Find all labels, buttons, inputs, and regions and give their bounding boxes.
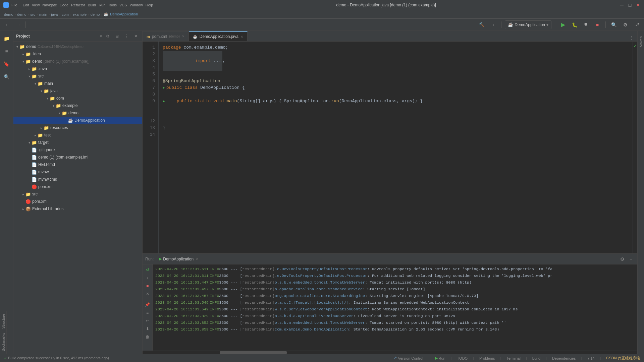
- forward-button[interactable]: →: [13, 20, 23, 29]
- tree-item-demo-package[interactable]: ▾ 📁 demo: [13, 109, 142, 117]
- scroll-end-btn[interactable]: ↓: [144, 275, 151, 281]
- menu-file[interactable]: File: [11, 3, 17, 7]
- tree-item-demo-application[interactable]: ▸ ☕ DemoApplication: [13, 117, 142, 124]
- vcs-button[interactable]: ⎇: [632, 20, 641, 29]
- tree-item-gitignore[interactable]: ▸ 📄 .gitignore: [13, 146, 142, 154]
- tabs-menu-button[interactable]: ⋮: [628, 35, 635, 41]
- menu-view[interactable]: View: [32, 3, 40, 7]
- breadcrumb-project[interactable]: demo: [4, 12, 13, 16]
- tree-item-com[interactable]: ▾ 📁 com: [13, 95, 142, 102]
- menu-code[interactable]: Code: [60, 3, 68, 7]
- tree-item-mvnw[interactable]: ▸ 📄 mvnw: [13, 168, 142, 176]
- minimize-button[interactable]: ─: [619, 2, 625, 8]
- find-icon[interactable]: 🔍: [2, 72, 12, 82]
- structure-icon[interactable]: ≡: [2, 46, 12, 56]
- stop-button[interactable]: ■: [593, 20, 602, 29]
- settings-button[interactable]: ⚙: [621, 20, 630, 29]
- maven-panel-label[interactable]: Maven: [638, 34, 644, 50]
- autoscroll-btn[interactable]: ⬇: [144, 325, 151, 332]
- tab-demoapp[interactable]: ☕ DemoApplication.java ✕: [189, 31, 248, 41]
- sync-button[interactable]: ↕: [488, 20, 498, 29]
- search-everywhere-button[interactable]: 🔍: [609, 20, 619, 29]
- run-button[interactable]: ▶: [558, 20, 568, 29]
- breadcrumb-src[interactable]: src: [30, 12, 35, 16]
- tree-item-idea[interactable]: ▸ 📁 .idea: [13, 50, 142, 58]
- rerun-btn[interactable]: ↺: [144, 266, 151, 273]
- tab-pom-close[interactable]: ✕: [182, 35, 184, 38]
- maximize-button[interactable]: □: [627, 2, 633, 8]
- code-content[interactable]: package com.example.demo; import ... ;: [159, 42, 633, 253]
- tree-item-ext-libs[interactable]: ▸ 📦 External Libraries: [13, 205, 142, 213]
- back-button[interactable]: ←: [3, 20, 12, 29]
- run-tab-status[interactable]: ▶ Run: [435, 356, 445, 360]
- version-control-tab[interactable]: ⎇ Version Control: [392, 356, 423, 360]
- tree-item-main[interactable]: ▾ 📁 main: [13, 80, 142, 87]
- coverage-button[interactable]: ⛊: [581, 20, 591, 29]
- tree-item-resources[interactable]: ▸ 📁 resources: [13, 124, 142, 131]
- tree-item-mvn[interactable]: ▸ 📁 .mvn: [13, 65, 142, 72]
- breadcrumb-demo2[interactable]: demo: [91, 12, 100, 16]
- menu-build[interactable]: Build: [88, 3, 96, 7]
- menu-navigate[interactable]: Navigate: [42, 3, 57, 7]
- panel-minimize-btn[interactable]: −: [627, 255, 635, 263]
- console-output[interactable]: 2023-04-20 16:12:01.611 INFO 3600 --- [ …: [153, 264, 637, 351]
- breadcrumb-java[interactable]: java: [51, 12, 58, 16]
- menu-edit[interactable]: Edit: [23, 3, 29, 7]
- console-scrollbar-h[interactable]: [153, 351, 637, 354]
- stop-console-btn[interactable]: ■: [144, 283, 151, 289]
- filter-btn[interactable]: ≡: [144, 309, 151, 316]
- breadcrumb-demo[interactable]: demo: [17, 12, 26, 16]
- tree-item-target[interactable]: ▾ 📁 target: [13, 139, 142, 146]
- debug-button[interactable]: 🐛: [570, 20, 579, 29]
- menu-help[interactable]: Help: [146, 3, 153, 7]
- menu-window[interactable]: Window: [130, 3, 143, 7]
- bookmarks-panel-label[interactable]: Bookmarks: [1, 331, 6, 353]
- breadcrumb-com[interactable]: com: [62, 12, 69, 16]
- tree-item-pom-root[interactable]: ▸ 🔴 pom.xml: [13, 198, 142, 205]
- tab-pom[interactable]: m pom.xml (demo) ✕: [143, 31, 189, 41]
- tree-item-example[interactable]: ▾ 📁 example: [13, 102, 142, 109]
- wrap-btn[interactable]: ↩: [144, 317, 151, 324]
- tree-item-java[interactable]: ▾ 📁 java: [13, 87, 142, 95]
- import-fold[interactable]: import ...: [163, 51, 222, 71]
- build-tab[interactable]: Build: [532, 356, 540, 360]
- terminal-tab[interactable]: Terminal: [506, 356, 521, 360]
- run-config-dropdown[interactable]: ☕ DemoApplication ▾: [505, 20, 551, 29]
- bookmark-icon[interactable]: 🔖: [2, 59, 12, 69]
- tree-item-help[interactable]: ▸ 📄 HELP.md: [13, 161, 142, 168]
- tree-item-src[interactable]: ▾ 📁 src: [13, 72, 142, 80]
- gear-icon[interactable]: ⚙: [104, 33, 111, 40]
- structure-panel-label[interactable]: Structure: [1, 312, 6, 330]
- hide-panel-icon[interactable]: ✕: [132, 33, 140, 40]
- editor-scrollbar[interactable]: ✓: [633, 42, 637, 253]
- close-console-btn[interactable]: ✕: [144, 291, 151, 297]
- todo-tab[interactable]: TODO: [457, 356, 468, 360]
- tree-item-iml[interactable]: ▸ 📄 demo (1) (com.example).iml: [13, 154, 142, 161]
- breadcrumb-main[interactable]: main: [39, 12, 47, 16]
- close-button[interactable]: ✕: [635, 2, 641, 8]
- menu-run[interactable]: Run: [99, 3, 105, 7]
- tree-item-test[interactable]: ▸ 📁 test: [13, 131, 142, 139]
- tree-item-root[interactable]: ▾ 📁 demo C:\Users\19454\Desktop\demo: [13, 43, 142, 50]
- run-arrow-line9[interactable]: ▶: [163, 98, 165, 105]
- tree-item-pom-inner[interactable]: ▸ 🔴 pom.xml: [13, 183, 142, 190]
- menu-refactor[interactable]: Refactor: [71, 3, 85, 7]
- make-button[interactable]: 🔨: [477, 20, 486, 29]
- menu-vcs[interactable]: VCS: [119, 3, 127, 7]
- menu-tools[interactable]: Tools: [108, 3, 117, 7]
- panel-settings-btn[interactable]: ⚙: [619, 255, 626, 263]
- dependencies-tab[interactable]: Dependencies: [552, 356, 576, 360]
- breadcrumb-class[interactable]: ☕ DemoApplication: [104, 12, 138, 16]
- tree-item-demo-module[interactable]: ▾ 📁 demo [demo (1) (com.example)]: [13, 58, 142, 65]
- tree-item-src-root[interactable]: ▸ 📁 src: [13, 190, 142, 198]
- tree-item-mvnw-cmd[interactable]: ▸ 📄 mvnw.cmd: [13, 176, 142, 183]
- panel-settings-icon[interactable]: ⋮: [123, 33, 130, 40]
- breadcrumb-example[interactable]: example: [73, 12, 87, 16]
- collapse-icon[interactable]: ⊟: [113, 33, 121, 40]
- tab-demoapp-close[interactable]: ✕: [240, 35, 243, 39]
- project-view-icon[interactable]: 📁: [2, 34, 12, 44]
- pin-btn[interactable]: 📌: [144, 301, 151, 308]
- problems-tab[interactable]: Problems: [479, 356, 495, 360]
- run-arrow-line7[interactable]: ▶: [163, 84, 165, 91]
- csdn-badge[interactable]: CSDN @正经程序猿: [606, 356, 640, 361]
